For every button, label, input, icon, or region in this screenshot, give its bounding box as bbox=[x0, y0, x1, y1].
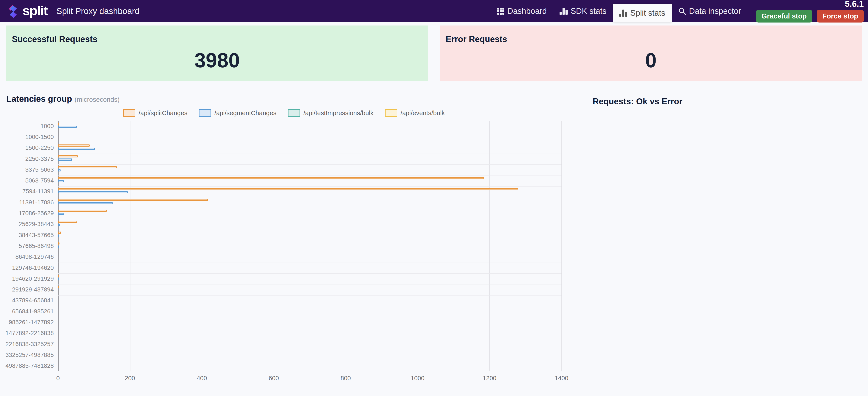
y-axis-label: 656841-985261 bbox=[6, 306, 58, 317]
latency-bar bbox=[58, 278, 59, 280]
x-tick-label: 1000 bbox=[411, 375, 425, 382]
card-title: Successful Requests bbox=[12, 34, 422, 44]
y-axis-label: 3375-5063 bbox=[6, 164, 58, 175]
x-tick-label: 400 bbox=[197, 375, 207, 382]
latency-row bbox=[58, 339, 561, 350]
y-axis-label: 291929-437894 bbox=[6, 284, 58, 295]
latency-bar bbox=[58, 246, 59, 248]
latency-row bbox=[58, 328, 561, 339]
legend-label: /api/events/bulk bbox=[400, 110, 445, 117]
y-axis-label: 1477892-2216838 bbox=[6, 328, 58, 339]
x-tick-label: 600 bbox=[269, 375, 279, 382]
latency-chart-xaxis: 0200400600800100012001400 bbox=[58, 371, 561, 384]
y-axis-label: 1000-1500 bbox=[6, 131, 58, 142]
graceful-stop-button[interactable]: Graceful stop bbox=[756, 10, 812, 23]
requests-section: Requests: Ok vs Error bbox=[567, 81, 862, 384]
y-axis-label: 129746-194620 bbox=[6, 263, 58, 273]
latency-bar bbox=[58, 180, 64, 182]
nav-item-label: Split stats bbox=[630, 8, 665, 18]
x-tick-label: 0 bbox=[56, 375, 60, 382]
latency-bar bbox=[58, 166, 117, 168]
legend-label: /api/splitChanges bbox=[138, 110, 187, 117]
latency-bar bbox=[58, 199, 208, 201]
y-axis-label: 25629-38443 bbox=[6, 219, 58, 230]
latency-bar bbox=[58, 221, 77, 223]
latency-row bbox=[58, 241, 561, 252]
latency-row bbox=[58, 350, 561, 361]
grid-icon bbox=[497, 8, 504, 14]
nav-item-label: SDK stats bbox=[570, 7, 607, 16]
gridline bbox=[561, 121, 562, 371]
y-axis-label: 2216838-3325257 bbox=[6, 339, 58, 349]
y-axis-label: 985261-1477892 bbox=[6, 317, 58, 328]
y-axis-label: 194620-291929 bbox=[6, 273, 58, 284]
latency-row bbox=[58, 317, 561, 328]
legend-item[interactable]: /api/testImpressions/bulk bbox=[288, 109, 373, 117]
latency-row bbox=[58, 121, 561, 132]
latency-row bbox=[58, 284, 561, 295]
y-axis-label: 3325257-4987885 bbox=[6, 349, 58, 360]
y-axis-label: 17086-25629 bbox=[6, 208, 58, 219]
header-right: 5.6.1 Graceful stop Force stop bbox=[756, 0, 864, 22]
nav-item-split-stats[interactable]: Split stats bbox=[613, 4, 672, 22]
latency-row bbox=[58, 252, 561, 263]
y-axis-label: 1500-2250 bbox=[6, 143, 58, 153]
y-axis-label: 7594-11391 bbox=[6, 186, 58, 197]
latency-bar bbox=[58, 188, 518, 190]
latency-bar bbox=[58, 235, 59, 237]
force-stop-button[interactable]: Force stop bbox=[817, 10, 864, 23]
latency-bar bbox=[58, 213, 64, 215]
y-axis-label: 437894-656841 bbox=[6, 295, 58, 306]
latency-row bbox=[58, 361, 561, 372]
legend-item[interactable]: /api/segmentChanges bbox=[199, 109, 276, 117]
error-requests-card: Error Requests 0 bbox=[440, 26, 862, 81]
latency-row bbox=[58, 143, 561, 154]
legend-swatch bbox=[123, 109, 135, 117]
brand-wordmark: split bbox=[23, 3, 48, 18]
latency-bar bbox=[58, 286, 59, 288]
latency-bar bbox=[58, 224, 60, 226]
latency-chart-labels: 10001000-15001500-22502250-33753375-5063… bbox=[6, 121, 58, 371]
latency-chart-plot bbox=[58, 121, 561, 371]
legend-swatch bbox=[288, 109, 300, 117]
legend-label: /api/testImpressions/bulk bbox=[303, 110, 373, 117]
nav-item-dashboard[interactable]: Dashboard bbox=[491, 0, 553, 22]
nav-item-sdk-stats[interactable]: SDK stats bbox=[553, 0, 613, 22]
latency-row bbox=[58, 296, 561, 306]
nav-item-data-inspector[interactable]: Data inspector bbox=[672, 0, 748, 22]
latency-bar bbox=[58, 232, 61, 234]
latency-bar bbox=[58, 242, 60, 245]
bar-chart-icon bbox=[619, 9, 627, 17]
latency-bar bbox=[58, 158, 72, 161]
y-axis-label: 5063-7594 bbox=[6, 175, 58, 186]
y-axis-label: 38443-57665 bbox=[6, 230, 58, 241]
successful-requests-value: 3980 bbox=[12, 49, 422, 72]
latencies-subtitle: (microseconds) bbox=[74, 96, 120, 103]
chart-legend: /api/splitChanges/api/segmentChanges/api… bbox=[6, 109, 561, 117]
legend-item[interactable]: /api/splitChanges bbox=[123, 109, 187, 117]
latency-row bbox=[58, 176, 561, 186]
latency-bar bbox=[58, 126, 77, 128]
y-axis-label: 1000 bbox=[6, 121, 58, 131]
y-axis-label: 57665-86498 bbox=[6, 241, 58, 251]
latency-row bbox=[58, 208, 561, 219]
split-logo-icon bbox=[6, 3, 20, 19]
latency-row bbox=[58, 154, 561, 165]
y-axis-label: 2250-3375 bbox=[6, 153, 58, 164]
legend-swatch bbox=[385, 109, 397, 117]
latency-row bbox=[58, 165, 561, 176]
error-requests-value: 0 bbox=[446, 49, 856, 72]
latencies-section: Latencies group (microseconds) /api/spli… bbox=[6, 81, 567, 384]
x-tick-label: 1400 bbox=[555, 375, 568, 382]
x-tick-label: 1200 bbox=[483, 375, 496, 382]
successful-requests-card: Successful Requests 3980 bbox=[6, 26, 428, 81]
version-label: 5.6.1 bbox=[845, 0, 864, 8]
legend-item[interactable]: /api/events/bulk bbox=[385, 109, 445, 117]
latency-row bbox=[58, 132, 561, 143]
search-icon bbox=[678, 7, 686, 15]
card-title: Error Requests bbox=[446, 34, 856, 44]
legend-label: /api/segmentChanges bbox=[214, 110, 276, 117]
x-tick-label: 800 bbox=[341, 375, 351, 382]
latency-bar bbox=[58, 210, 106, 212]
latency-bar bbox=[58, 148, 95, 150]
